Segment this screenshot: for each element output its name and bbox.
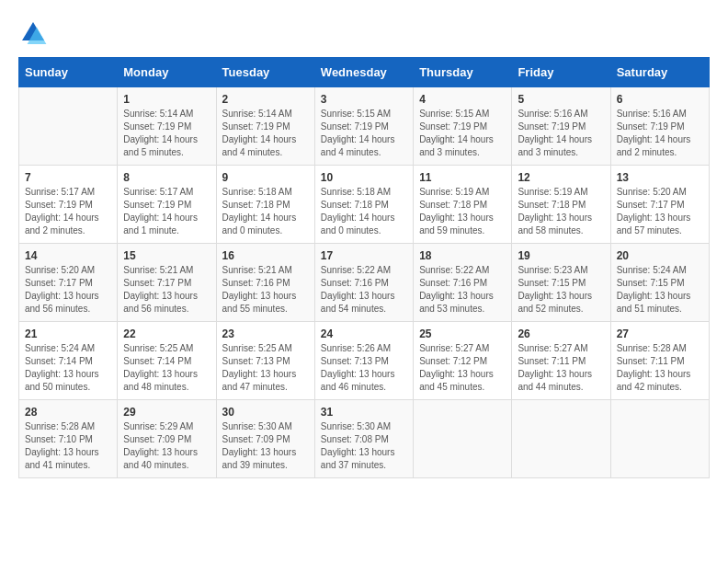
calendar-cell: 20Sunrise: 5:24 AM Sunset: 7:15 PM Dayli… bbox=[610, 244, 709, 322]
day-number: 10 bbox=[321, 171, 407, 184]
cell-content: Sunrise: 5:29 AM Sunset: 7:09 PM Dayligh… bbox=[123, 420, 210, 472]
calendar-cell: 9Sunrise: 5:18 AM Sunset: 7:18 PM Daylig… bbox=[216, 166, 314, 244]
calendar-week-row: 14Sunrise: 5:20 AM Sunset: 7:17 PM Dayli… bbox=[19, 244, 710, 322]
day-number: 13 bbox=[617, 171, 703, 184]
day-number: 20 bbox=[617, 249, 703, 262]
cell-content: Sunrise: 5:15 AM Sunset: 7:19 PM Dayligh… bbox=[419, 108, 506, 159]
cell-content: Sunrise: 5:27 AM Sunset: 7:11 PM Dayligh… bbox=[518, 342, 604, 394]
calendar-cell: 4Sunrise: 5:15 AM Sunset: 7:19 PM Daylig… bbox=[414, 87, 512, 166]
calendar-week-row: 1Sunrise: 5:14 AM Sunset: 7:19 PM Daylig… bbox=[19, 87, 710, 166]
calendar-week-row: 7Sunrise: 5:17 AM Sunset: 7:19 PM Daylig… bbox=[19, 166, 710, 244]
day-number: 22 bbox=[123, 327, 210, 340]
calendar-cell: 22Sunrise: 5:25 AM Sunset: 7:14 PM Dayli… bbox=[118, 322, 216, 400]
cell-content: Sunrise: 5:23 AM Sunset: 7:15 PM Dayligh… bbox=[518, 264, 604, 316]
cell-content: Sunrise: 5:25 AM Sunset: 7:13 PM Dayligh… bbox=[222, 342, 309, 394]
day-number: 8 bbox=[123, 171, 210, 184]
day-number: 19 bbox=[518, 249, 604, 262]
day-number: 4 bbox=[419, 93, 506, 106]
calendar-cell: 8Sunrise: 5:17 AM Sunset: 7:19 PM Daylig… bbox=[118, 166, 216, 244]
cell-content: Sunrise: 5:17 AM Sunset: 7:19 PM Dayligh… bbox=[123, 186, 210, 237]
cell-content: Sunrise: 5:20 AM Sunset: 7:17 PM Dayligh… bbox=[25, 264, 111, 316]
cell-content: Sunrise: 5:30 AM Sunset: 7:09 PM Dayligh… bbox=[222, 420, 309, 472]
weekday-header-wednesday: Wednesday bbox=[314, 58, 413, 87]
calendar-cell: 27Sunrise: 5:28 AM Sunset: 7:11 PM Dayli… bbox=[610, 322, 709, 400]
day-number: 18 bbox=[419, 249, 506, 262]
calendar-cell: 16Sunrise: 5:21 AM Sunset: 7:16 PM Dayli… bbox=[216, 244, 314, 322]
cell-content: Sunrise: 5:18 AM Sunset: 7:18 PM Dayligh… bbox=[222, 186, 309, 237]
cell-content: Sunrise: 5:18 AM Sunset: 7:18 PM Dayligh… bbox=[321, 186, 407, 237]
cell-content: Sunrise: 5:14 AM Sunset: 7:19 PM Dayligh… bbox=[222, 108, 309, 159]
day-number: 7 bbox=[25, 171, 111, 184]
calendar-week-row: 21Sunrise: 5:24 AM Sunset: 7:14 PM Dayli… bbox=[19, 322, 710, 400]
cell-content: Sunrise: 5:24 AM Sunset: 7:15 PM Dayligh… bbox=[617, 264, 703, 316]
cell-content: Sunrise: 5:25 AM Sunset: 7:14 PM Dayligh… bbox=[123, 342, 210, 394]
day-number: 1 bbox=[123, 93, 210, 106]
calendar-cell: 25Sunrise: 5:27 AM Sunset: 7:12 PM Dayli… bbox=[414, 322, 512, 400]
cell-content: Sunrise: 5:14 AM Sunset: 7:19 PM Dayligh… bbox=[123, 108, 210, 159]
weekday-header-row: SundayMondayTuesdayWednesdayThursdayFrid… bbox=[19, 58, 710, 87]
calendar-cell: 1Sunrise: 5:14 AM Sunset: 7:19 PM Daylig… bbox=[118, 87, 216, 166]
cell-content: Sunrise: 5:16 AM Sunset: 7:19 PM Dayligh… bbox=[518, 108, 604, 159]
day-number: 25 bbox=[419, 327, 506, 340]
weekday-header-monday: Monday bbox=[118, 58, 216, 87]
calendar-cell: 5Sunrise: 5:16 AM Sunset: 7:19 PM Daylig… bbox=[512, 87, 610, 166]
day-number: 21 bbox=[25, 327, 111, 340]
calendar-cell: 28Sunrise: 5:28 AM Sunset: 7:10 PM Dayli… bbox=[19, 400, 118, 478]
day-number: 5 bbox=[518, 93, 604, 106]
calendar-cell bbox=[19, 87, 118, 166]
weekday-header-friday: Friday bbox=[512, 58, 610, 87]
calendar-cell: 13Sunrise: 5:20 AM Sunset: 7:17 PM Dayli… bbox=[610, 166, 709, 244]
calendar-cell: 18Sunrise: 5:22 AM Sunset: 7:16 PM Dayli… bbox=[414, 244, 512, 322]
cell-content: Sunrise: 5:26 AM Sunset: 7:13 PM Dayligh… bbox=[321, 342, 407, 394]
cell-content: Sunrise: 5:20 AM Sunset: 7:17 PM Dayligh… bbox=[617, 186, 703, 237]
calendar-cell: 26Sunrise: 5:27 AM Sunset: 7:11 PM Dayli… bbox=[512, 322, 610, 400]
cell-content: Sunrise: 5:22 AM Sunset: 7:16 PM Dayligh… bbox=[419, 264, 506, 316]
day-number: 31 bbox=[321, 406, 407, 419]
cell-content: Sunrise: 5:19 AM Sunset: 7:18 PM Dayligh… bbox=[419, 186, 506, 237]
calendar-cell: 23Sunrise: 5:25 AM Sunset: 7:13 PM Dayli… bbox=[216, 322, 314, 400]
calendar-cell: 7Sunrise: 5:17 AM Sunset: 7:19 PM Daylig… bbox=[19, 166, 118, 244]
cell-content: Sunrise: 5:17 AM Sunset: 7:19 PM Dayligh… bbox=[25, 186, 111, 237]
cell-content: Sunrise: 5:24 AM Sunset: 7:14 PM Dayligh… bbox=[25, 342, 111, 394]
calendar-cell: 30Sunrise: 5:30 AM Sunset: 7:09 PM Dayli… bbox=[216, 400, 314, 478]
day-number: 11 bbox=[419, 171, 506, 184]
cell-content: Sunrise: 5:27 AM Sunset: 7:12 PM Dayligh… bbox=[419, 342, 506, 394]
day-number: 15 bbox=[123, 249, 210, 262]
calendar-cell: 24Sunrise: 5:26 AM Sunset: 7:13 PM Dayli… bbox=[314, 322, 413, 400]
calendar-cell: 10Sunrise: 5:18 AM Sunset: 7:18 PM Dayli… bbox=[314, 166, 413, 244]
day-number: 17 bbox=[321, 249, 407, 262]
cell-content: Sunrise: 5:28 AM Sunset: 7:11 PM Dayligh… bbox=[617, 342, 703, 394]
day-number: 24 bbox=[321, 327, 407, 340]
day-number: 12 bbox=[518, 171, 604, 184]
day-number: 6 bbox=[617, 93, 703, 106]
calendar-cell: 11Sunrise: 5:19 AM Sunset: 7:18 PM Dayli… bbox=[414, 166, 512, 244]
calendar-cell: 31Sunrise: 5:30 AM Sunset: 7:08 PM Dayli… bbox=[314, 400, 413, 478]
cell-content: Sunrise: 5:21 AM Sunset: 7:17 PM Dayligh… bbox=[123, 264, 210, 316]
day-number: 16 bbox=[222, 249, 309, 262]
cell-content: Sunrise: 5:21 AM Sunset: 7:16 PM Dayligh… bbox=[222, 264, 309, 316]
cell-content: Sunrise: 5:19 AM Sunset: 7:18 PM Dayligh… bbox=[518, 186, 604, 237]
calendar-cell: 17Sunrise: 5:22 AM Sunset: 7:16 PM Dayli… bbox=[314, 244, 413, 322]
day-number: 29 bbox=[123, 406, 210, 419]
calendar-cell: 12Sunrise: 5:19 AM Sunset: 7:18 PM Dayli… bbox=[512, 166, 610, 244]
day-number: 23 bbox=[222, 327, 309, 340]
day-number: 27 bbox=[617, 327, 703, 340]
day-number: 26 bbox=[518, 327, 604, 340]
calendar-cell: 19Sunrise: 5:23 AM Sunset: 7:15 PM Dayli… bbox=[512, 244, 610, 322]
calendar-cell bbox=[414, 400, 512, 478]
calendar-cell: 3Sunrise: 5:15 AM Sunset: 7:19 PM Daylig… bbox=[314, 87, 413, 166]
day-number: 9 bbox=[222, 171, 309, 184]
logo bbox=[18, 18, 51, 48]
calendar-week-row: 28Sunrise: 5:28 AM Sunset: 7:10 PM Dayli… bbox=[19, 400, 710, 478]
calendar-table: SundayMondayTuesdayWednesdayThursdayFrid… bbox=[18, 57, 710, 478]
weekday-header-sunday: Sunday bbox=[19, 58, 118, 87]
calendar-cell: 14Sunrise: 5:20 AM Sunset: 7:17 PM Dayli… bbox=[19, 244, 118, 322]
day-number: 2 bbox=[222, 93, 309, 106]
header bbox=[18, 18, 710, 48]
weekday-header-tuesday: Tuesday bbox=[216, 58, 314, 87]
day-number: 3 bbox=[321, 93, 407, 106]
calendar-cell: 15Sunrise: 5:21 AM Sunset: 7:17 PM Dayli… bbox=[118, 244, 216, 322]
calendar-cell: 29Sunrise: 5:29 AM Sunset: 7:09 PM Dayli… bbox=[118, 400, 216, 478]
calendar-cell: 6Sunrise: 5:16 AM Sunset: 7:19 PM Daylig… bbox=[610, 87, 709, 166]
cell-content: Sunrise: 5:30 AM Sunset: 7:08 PM Dayligh… bbox=[321, 420, 407, 472]
